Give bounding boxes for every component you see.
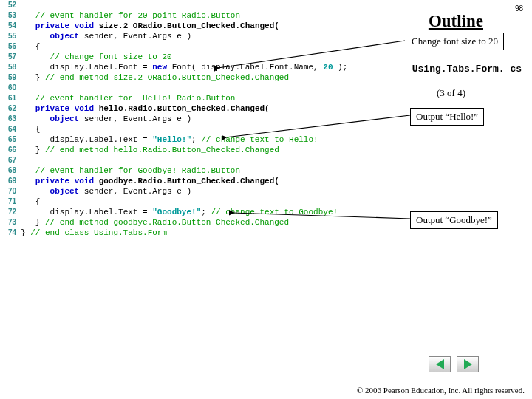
lineno: 74: [0, 228, 21, 238]
copyright-text: © 2006 Pearson Education, Inc. All right…: [357, 386, 525, 395]
stmt: ;: [201, 208, 211, 216]
comment: // event handler for Goodbye! Radio.Butt…: [35, 166, 240, 175]
lineno: 68: [0, 166, 21, 176]
lineno: 62: [0, 103, 21, 114]
comment: // end class Using.Tabs.Form: [30, 228, 167, 237]
comment: // end method size.2 ORadio.Button_Check…: [45, 73, 289, 82]
stmt: ;: [191, 135, 201, 144]
lineno: 56: [0, 41, 21, 52]
lineno: 60: [0, 83, 21, 93]
slide-number: 98: [515, 4, 523, 13]
brace: }: [35, 218, 45, 227]
brace: }: [21, 228, 30, 237]
comment: // event handler for Hello! Radio.Button: [35, 94, 236, 103]
stmt: );: [332, 63, 347, 72]
lineno: 61: [0, 93, 21, 103]
lineno: 65: [0, 134, 21, 145]
callout-font20: Change font size to 20: [406, 33, 504, 50]
params: sender, Event.Args e ): [79, 187, 191, 196]
lineno: 69: [0, 176, 21, 186]
nav-buttons: [429, 356, 479, 372]
lineno: 72: [0, 207, 21, 217]
kw-new: new: [152, 63, 167, 72]
lineno: 59: [0, 72, 21, 83]
brace: {: [35, 197, 41, 206]
stmt: display.Label.Text =: [50, 135, 153, 144]
comment: // end method hello.Radio.Button_Checked…: [45, 146, 279, 154]
kw-object: object: [50, 187, 80, 196]
stmt: Font( display.Label.Font.Name,: [167, 63, 323, 72]
method-name: hello.Radio.Button_Checked.Changed(: [99, 104, 270, 113]
method-name: goodbye.Radio.Button_Checked.Changed(: [99, 177, 279, 185]
lineno: 63: [0, 114, 21, 124]
lineno: 71: [0, 197, 21, 207]
brace: }: [35, 73, 45, 82]
stmt: display.Label.Font =: [50, 63, 153, 72]
kw-private: private: [35, 177, 69, 185]
kw-private: private: [35, 21, 69, 30]
page-indicator: (3 of 4): [437, 87, 466, 99]
filename-label: Using.Tabs.Form. cs: [412, 64, 522, 75]
prev-button[interactable]: [429, 356, 451, 372]
params: sender, Event.Args e ): [79, 32, 191, 41]
callout-goodbye: Output “Goodbye!”: [410, 211, 498, 229]
kw-void: void: [75, 104, 94, 113]
comment: // event handler for 20 point Radio.Butt…: [35, 11, 240, 20]
lineno: 66: [0, 145, 21, 155]
next-button[interactable]: [457, 356, 479, 372]
comment: // change text to Hello!: [201, 135, 318, 144]
lineno: 54: [0, 21, 21, 31]
kw-object: object: [50, 115, 80, 123]
triangle-right-icon: [464, 359, 472, 369]
kw-private: private: [35, 104, 69, 113]
callout-hello: Output “Hello!”: [410, 108, 484, 126]
comment: // change text to Goodbye!: [211, 208, 338, 216]
lineno: 57: [0, 52, 21, 62]
lineno: 64: [0, 124, 21, 134]
stmt: display.Label.Text =: [50, 208, 153, 216]
triangle-left-icon: [436, 359, 444, 369]
brace: }: [35, 146, 45, 154]
comment: // change font size to 20: [50, 52, 172, 61]
comment: // end method goodbye.Radio.Button_Check…: [45, 218, 289, 227]
brace: {: [35, 125, 41, 134]
outline-heading: Outline: [429, 12, 483, 31]
lineno: 67: [0, 155, 21, 166]
brace: {: [35, 42, 41, 51]
lineno: 70: [0, 186, 21, 197]
lineno: 58: [0, 62, 21, 72]
method-name: size.2 ORadio.Button_Checked.Changed(: [99, 21, 279, 30]
kw-void: void: [75, 21, 94, 30]
lineno: 73: [0, 217, 21, 228]
literal: 20: [323, 63, 332, 72]
string: "Hello!": [152, 135, 191, 144]
kw-object: object: [50, 32, 80, 41]
string: "Goodbye!": [152, 208, 201, 216]
params: sender, Event.Args e ): [79, 115, 191, 123]
lineno: 52: [0, 0, 21, 10]
lineno: 55: [0, 31, 21, 41]
lineno: 53: [0, 10, 21, 21]
kw-void: void: [75, 177, 94, 185]
